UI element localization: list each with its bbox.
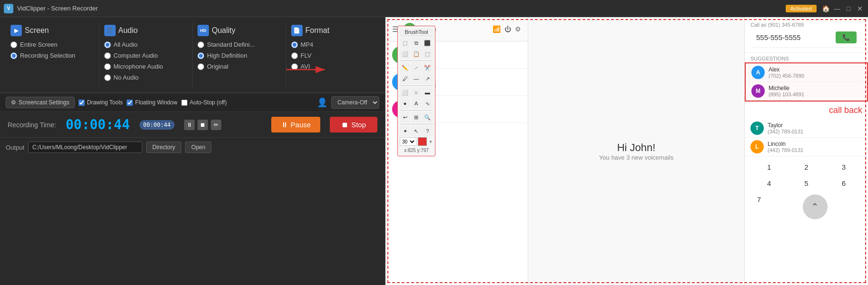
list-item[interactable]: T Taylor (342) 789-0131 [745,119,868,138]
close-button[interactable]: ✕ [856,4,864,13]
screen-header: ▶ Screen [10,25,94,36]
audio-section: 🎵 Audio All Audio Computer Audio Microph… [99,22,193,88]
greeting-title: Hi John! [617,142,656,154]
flv-option[interactable]: FLV [291,52,375,59]
brush-btn-1[interactable]: ⬚ [400,38,410,48]
brush-btn-12[interactable]: ↗ [422,73,433,84]
brush-btn-16[interactable]: ● [400,98,410,109]
dial-key-4[interactable]: 4 [760,176,778,190]
all-audio-radio[interactable] [104,41,111,48]
scroll-up-button[interactable]: ⌃ [803,194,828,219]
brush-btn-22[interactable]: ✦ [400,126,410,136]
pause-mini-button[interactable]: ⏸ [184,120,195,130]
list-item[interactable]: A Alex (702) 456-7890 [746,63,867,82]
mc-info: Lincoln (442) 789-0131 [768,141,862,153]
original-radio[interactable] [197,63,204,70]
pause-button[interactable]: ⏸ Pause [271,117,321,132]
dial-key-3[interactable]: 3 [835,160,852,173]
settings-icon-voice[interactable]: ⚙ [515,25,521,33]
standard-def-radio[interactable] [197,41,204,48]
brush-btn-4[interactable]: ⬜ [400,49,410,59]
stop-button[interactable]: ⏹ Stop [330,117,377,132]
brush-btn-17[interactable]: A [411,98,422,109]
output-path-input[interactable] [28,142,142,153]
brush-btn-23[interactable]: ↖ [411,126,422,136]
brush-btn-3[interactable]: ⬛ [422,38,433,48]
auto-stop-input[interactable] [181,100,187,106]
brush-btn-19[interactable]: ↩ [400,112,410,122]
power-icon[interactable]: ⏻ [504,25,511,33]
brush-btn-21[interactable]: 🔍 [422,112,433,122]
flv-radio[interactable] [291,52,298,59]
brush-btn-9[interactable]: ✂️ [422,62,433,73]
edit-mini-button[interactable]: ✏ [211,120,221,130]
voice-main: Hi John! You have 3 new voicemails [528,17,744,285]
screen-title: Screen [25,26,49,35]
call-number-input[interactable] [756,32,832,43]
computer-audio-option[interactable]: Computer Audio [104,52,188,59]
call-row: 📞 [750,28,862,48]
recording-selection-option[interactable]: Recording Selection [10,52,94,59]
dial-key-2[interactable]: 2 [798,160,815,173]
auto-stop-checkbox[interactable]: Auto-Stop (off) [181,99,227,106]
brush-btn-5[interactable]: 📋 [411,49,422,59]
no-audio-option[interactable]: No Audio [104,74,188,81]
screencast-settings-button[interactable]: ⚙ Screencast Settings [6,97,75,108]
brush-size-select[interactable]: 30 20 10 [400,137,416,146]
floating-window-checkbox[interactable]: Floating Window [127,99,178,106]
time-badge: 00:00:44 [139,120,175,130]
brush-btn-7[interactable]: ✏️ [400,62,410,73]
all-audio-option[interactable]: All Audio [104,41,188,48]
mc-phone: (342) 789-0131 [768,129,862,134]
drawing-tools-input[interactable] [79,100,85,106]
brush-btn-14[interactable]: ○ [411,87,422,98]
drawing-tools-checkbox[interactable]: Drawing Tools [79,99,123,106]
floating-window-input[interactable] [127,100,133,106]
original-option[interactable]: Original [197,63,281,70]
dial-key-6[interactable]: 6 [835,176,852,190]
stop-mini-button[interactable]: ⏹ [197,120,208,130]
entire-screen-radio[interactable] [10,41,17,48]
home-icon[interactable]: 🏠 [821,4,830,13]
main-area: ▶ Screen Entire Screen Recording Selecti… [0,17,868,285]
dial-key-5[interactable]: 5 [798,176,815,190]
list-item[interactable]: M Michelle (895) 103-4891 [746,82,867,101]
entire-screen-option[interactable]: Entire Screen [10,41,94,48]
dial-key-1[interactable]: 1 [760,160,778,173]
mp4-radio[interactable] [291,41,298,48]
no-audio-radio[interactable] [104,74,111,81]
directory-button[interactable]: Directory [146,142,181,153]
camera-select[interactable]: Camera-Off [331,96,379,109]
controls-row: ▶ Screen Entire Screen Recording Selecti… [0,17,385,93]
recording-selection-label: Recording Selection [20,52,75,59]
dropdown-arrow[interactable]: ▼ [428,139,433,144]
brush-btn-20[interactable]: ⊞ [411,112,422,122]
call-button[interactable]: 📞 [836,31,857,43]
brush-btn-18[interactable]: ∿ [422,98,433,109]
mp4-option[interactable]: MP4 [291,41,375,48]
maximize-button[interactable]: □ [844,4,853,13]
brush-btn-13[interactable]: ⬜ [400,87,410,98]
avatar: L [750,140,764,153]
brush-btn-8[interactable]: ⟋ [411,62,422,73]
brush-divider-3 [400,110,433,111]
recording-selection-radio[interactable] [10,52,17,59]
brush-color-button[interactable] [418,137,427,146]
minimize-button[interactable]: — [833,4,841,13]
list-item[interactable]: L Lincoln (442) 789-0131 [745,138,868,156]
high-def-option[interactable]: High Definition [197,52,281,59]
brush-btn-11[interactable]: — [411,73,422,84]
brush-btn-2[interactable]: ⧉ [411,38,422,48]
dial-key-7[interactable]: 7 [750,193,768,206]
brush-btn-24[interactable]: ? [422,126,433,136]
brush-btn-6[interactable]: ⬚ [422,49,433,59]
standard-def-option[interactable]: Standard Defini... [197,41,281,48]
microphone-audio-radio[interactable] [104,63,111,70]
open-button[interactable]: Open [185,142,211,153]
high-def-radio[interactable] [197,52,204,59]
brush-btn-10[interactable]: 🖊 [400,73,410,84]
brush-btn-15[interactable]: ▬ [422,87,433,98]
computer-audio-radio[interactable] [104,52,111,59]
microphone-audio-option[interactable]: Microphone Audio [104,63,188,70]
dial-row: 7 ⌃ [750,193,862,221]
